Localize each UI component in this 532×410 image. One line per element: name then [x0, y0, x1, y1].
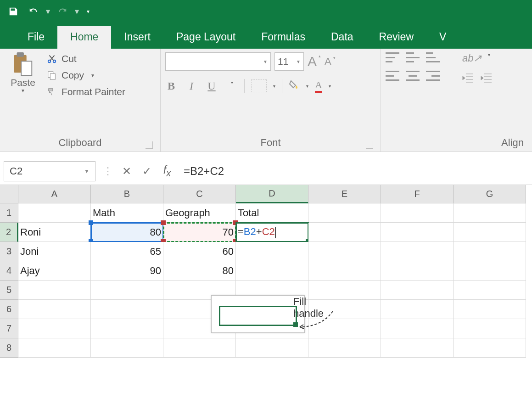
cell-B7[interactable]	[91, 319, 163, 338]
align-bottom-button[interactable]	[426, 52, 440, 62]
row-header-1[interactable]: 1	[0, 203, 18, 223]
font-name-input[interactable]: ▼	[165, 52, 271, 71]
cell-F4[interactable]	[381, 261, 454, 281]
row-header-5[interactable]: 5	[0, 281, 18, 300]
tab-view[interactable]: V	[426, 26, 448, 49]
cell-E8[interactable]	[308, 338, 381, 358]
col-header-F[interactable]: F	[381, 185, 454, 203]
increase-indent-button[interactable]	[481, 73, 493, 85]
cell-B4[interactable]: 90	[91, 261, 163, 281]
cell-B1[interactable]: Math	[91, 203, 163, 223]
cell-F8[interactable]	[381, 338, 454, 358]
col-header-A[interactable]: A	[18, 185, 91, 203]
decrease-indent-button[interactable]	[462, 73, 474, 85]
tab-data[interactable]: Data	[318, 26, 366, 49]
underline-dropdown-icon[interactable]: ▾	[226, 80, 238, 92]
select-all-corner[interactable]	[0, 185, 18, 203]
col-header-C[interactable]: C	[163, 185, 236, 203]
cell-D3[interactable]	[236, 242, 308, 261]
fill-color-button[interactable]	[289, 79, 300, 93]
cell-E3[interactable]	[308, 242, 381, 261]
insert-function-button[interactable]: fx	[157, 163, 177, 179]
font-color-button[interactable]: A	[315, 79, 322, 93]
redo-dropdown-icon[interactable]: ▾	[75, 6, 79, 17]
row-header-8[interactable]: 8	[0, 338, 18, 358]
cell-B6[interactable]	[91, 300, 163, 319]
copy-dropdown-icon[interactable]: ▼	[90, 73, 95, 78]
tab-formulas[interactable]: Formulas	[248, 26, 318, 49]
font-dialog-launcher[interactable]	[366, 141, 373, 149]
name-box[interactable]: C2 ▼	[4, 161, 95, 181]
italic-button[interactable]: I	[185, 80, 197, 92]
cell-C8[interactable]	[163, 338, 236, 358]
cell-D1[interactable]: Total	[236, 203, 308, 223]
col-header-G[interactable]: G	[454, 185, 526, 203]
cell-A7[interactable]	[18, 319, 91, 338]
decrease-font-button[interactable]: A▾	[325, 56, 336, 67]
cell-B5[interactable]	[91, 281, 163, 300]
underline-button[interactable]: U	[206, 80, 218, 92]
align-left-button[interactable]	[386, 71, 399, 81]
cell-B3[interactable]: 65	[91, 242, 163, 261]
row-header-3[interactable]: 3	[0, 242, 18, 261]
cell-A4[interactable]: Ajay	[18, 261, 91, 281]
col-header-D[interactable]: D	[236, 185, 308, 203]
cell-A6[interactable]	[18, 300, 91, 319]
font-color-dropdown-icon[interactable]: ▾	[329, 84, 331, 89]
cell-B8[interactable]	[91, 338, 163, 358]
cell-F3[interactable]	[381, 242, 454, 261]
cell-C2[interactable]: 70	[163, 223, 236, 242]
borders-dropdown-icon[interactable]: ▾	[273, 84, 275, 89]
tab-insert[interactable]: Insert	[111, 26, 163, 49]
cell-G6[interactable]	[454, 300, 526, 319]
cell-E2[interactable]	[308, 223, 381, 242]
cell-E4[interactable]	[308, 261, 381, 281]
enter-formula-button[interactable]: ✓	[137, 165, 157, 178]
bold-button[interactable]: B	[165, 80, 177, 92]
cell-F2[interactable]	[381, 223, 454, 242]
cell-A2[interactable]: Roni	[18, 223, 91, 242]
cell-D4[interactable]	[236, 261, 308, 281]
cell-G2[interactable]	[454, 223, 526, 242]
col-header-E[interactable]: E	[308, 185, 381, 203]
cell-D8[interactable]	[236, 338, 308, 358]
row-header-2[interactable]: 2	[0, 223, 18, 242]
align-middle-button[interactable]	[406, 52, 420, 62]
undo-dropdown-icon[interactable]: ▾	[46, 6, 50, 17]
cell-A5[interactable]	[18, 281, 91, 300]
cell-C3[interactable]: 60	[163, 242, 236, 261]
cell-F5[interactable]	[381, 281, 454, 300]
redo-button[interactable]	[55, 4, 70, 19]
tab-page-layout[interactable]: Page Layout	[163, 26, 248, 49]
cell-B2[interactable]: 80	[91, 223, 163, 242]
cell-A1[interactable]	[18, 203, 91, 223]
cell-G7[interactable]	[454, 319, 526, 338]
paste-button[interactable]: Paste ▼	[5, 52, 41, 134]
undo-button[interactable]	[26, 4, 41, 19]
customize-qat-button[interactable]: ▾	[84, 4, 93, 19]
save-button[interactable]	[6, 4, 21, 19]
cell-E1[interactable]	[308, 203, 381, 223]
row-header-6[interactable]: 6	[0, 300, 18, 319]
formula-bar-input[interactable]: =B2+C2	[177, 165, 532, 178]
row-header-4[interactable]: 4	[0, 261, 18, 281]
name-box-dropdown-icon[interactable]: ▼	[84, 168, 90, 174]
align-right-button[interactable]	[426, 71, 440, 81]
chevron-down-icon[interactable]: ▼	[296, 59, 301, 64]
chevron-down-icon[interactable]: ▼	[263, 59, 268, 64]
cell-G5[interactable]	[454, 281, 526, 300]
cell-F6[interactable]	[381, 300, 454, 319]
orientation-dropdown-icon[interactable]: ▾	[488, 52, 490, 64]
borders-button[interactable]	[251, 79, 267, 92]
cut-button[interactable]: Cut	[44, 52, 127, 65]
clipboard-dialog-launcher[interactable]	[146, 141, 153, 149]
cell-G8[interactable]	[454, 338, 526, 358]
orientation-button[interactable]: ab↗	[462, 52, 482, 64]
cancel-formula-button[interactable]: ✕	[117, 165, 137, 178]
col-header-B[interactable]: B	[91, 185, 163, 203]
tab-file[interactable]: File	[15, 26, 57, 49]
paste-dropdown-icon[interactable]: ▼	[21, 88, 25, 93]
align-top-button[interactable]	[386, 52, 399, 62]
cell-G3[interactable]	[454, 242, 526, 261]
cell-C4[interactable]: 80	[163, 261, 236, 281]
